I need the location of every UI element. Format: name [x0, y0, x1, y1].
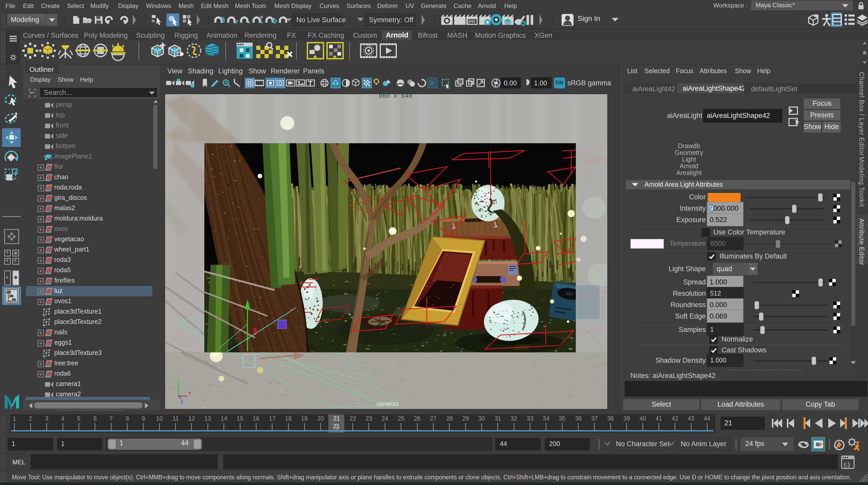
svg-text:x: x [188, 390, 191, 396]
svg-text:{;}: {;} [844, 461, 850, 468]
svg-text:Y: Y [177, 379, 180, 385]
svg-text:z: z [181, 399, 183, 404]
svg-text:T: T [43, 324, 46, 329]
svg-text:960 x 540: 960 x 540 [379, 94, 412, 99]
svg-text:IPR: IPR [468, 20, 475, 24]
svg-text:T: T [43, 355, 46, 360]
svg-text:camera1: camera1 [377, 400, 399, 407]
